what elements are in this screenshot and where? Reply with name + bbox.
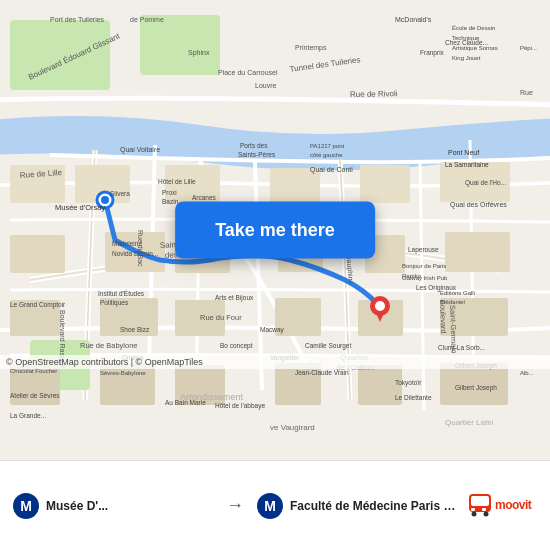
svg-text:Rue de Rivoli: Rue de Rivoli bbox=[350, 89, 398, 99]
svg-text:Trédaniel: Trédaniel bbox=[440, 299, 465, 305]
map-container: Rue de Rivoli Quai Voltaire Saint-Germai… bbox=[0, 0, 550, 460]
destination-label: Faculté de Médecine Paris Centre - Uni..… bbox=[290, 499, 458, 513]
svg-rect-123 bbox=[471, 508, 475, 511]
svg-rect-1 bbox=[10, 20, 110, 90]
svg-text:Artistique Sornas: Artistique Sornas bbox=[452, 45, 498, 51]
svg-text:Rue de Babylone: Rue de Babylone bbox=[80, 341, 138, 350]
svg-text:King Jouet: King Jouet bbox=[452, 55, 481, 61]
svg-text:Cluny-La Sorb...: Cluny-La Sorb... bbox=[438, 344, 485, 352]
svg-text:Quartier Latin: Quartier Latin bbox=[445, 418, 493, 427]
svg-text:Hôtel de l'abbaye: Hôtel de l'abbaye bbox=[215, 402, 265, 410]
svg-text:Atelier de Sèvres: Atelier de Sèvres bbox=[10, 392, 60, 399]
svg-text:Camille Sourget: Camille Sourget bbox=[305, 342, 351, 350]
svg-rect-7 bbox=[270, 168, 320, 203]
svg-text:McDonald's: McDonald's bbox=[395, 16, 432, 23]
svg-text:Remko: Remko bbox=[402, 273, 422, 279]
svg-text:Bo concept: Bo concept bbox=[220, 342, 253, 350]
svg-text:Arcanes: Arcanes bbox=[192, 194, 217, 201]
svg-text:Place du Carrousel: Place du Carrousel bbox=[218, 69, 278, 76]
svg-text:Pont Neuf: Pont Neuf bbox=[448, 149, 479, 156]
svg-text:Pépi...: Pépi... bbox=[520, 45, 537, 51]
svg-text:La Grande...: La Grande... bbox=[10, 412, 46, 419]
svg-rect-10 bbox=[10, 235, 65, 273]
svg-point-122 bbox=[484, 512, 489, 517]
svg-text:Quai des Orfèvres: Quai des Orfèvres bbox=[450, 201, 507, 209]
moovit-logo: moovit bbox=[466, 487, 538, 525]
svg-rect-8 bbox=[360, 165, 410, 203]
svg-text:Franprix: Franprix bbox=[420, 49, 445, 57]
svg-text:Tokyotoïr: Tokyotoïr bbox=[395, 379, 422, 387]
svg-text:Printemps: Printemps bbox=[295, 44, 327, 52]
svg-text:Hôtel de Lille: Hôtel de Lille bbox=[158, 178, 196, 185]
svg-text:Technique: Technique bbox=[452, 35, 480, 41]
direction-arrow: → bbox=[222, 495, 248, 516]
svg-text:Rue du Bac: Rue du Bac bbox=[137, 230, 144, 267]
svg-rect-2 bbox=[140, 15, 220, 75]
svg-text:Port des Tuileries: Port des Tuileries bbox=[50, 16, 105, 23]
origin-label: Musée D'... bbox=[46, 499, 108, 513]
svg-text:Quai de Conti: Quai de Conti bbox=[310, 166, 353, 174]
svg-text:Jean-Claude Vrain: Jean-Claude Vrain bbox=[295, 369, 349, 376]
moovit-name: moovit bbox=[467, 486, 537, 525]
svg-text:Madeleine: Madeleine bbox=[112, 240, 142, 247]
origin-icon: M bbox=[12, 492, 40, 520]
copyright-bar: © OpenStreetMap contributors | © OpenMap… bbox=[0, 355, 550, 369]
origin-name: Musée D'... bbox=[46, 499, 108, 513]
svg-text:Politiques: Politiques bbox=[100, 299, 129, 307]
svg-text:Saints-Pères: Saints-Pères bbox=[238, 151, 276, 158]
bottom-bar: M Musée D'... → M Faculté de Médecine Pa… bbox=[0, 460, 550, 550]
origin-station: M Musée D'... bbox=[12, 492, 214, 520]
svg-text:Alb...: Alb... bbox=[520, 370, 534, 376]
svg-text:Quai de l'Ho...: Quai de l'Ho... bbox=[465, 179, 506, 187]
svg-rect-124 bbox=[482, 508, 486, 511]
copyright-text: © OpenStreetMap contributors | © OpenMap… bbox=[6, 357, 203, 367]
svg-text:Le Grand Comptoir: Le Grand Comptoir bbox=[10, 301, 66, 309]
svg-text:M: M bbox=[264, 498, 276, 514]
svg-text:Quai Voltaire: Quai Voltaire bbox=[120, 146, 160, 154]
svg-text:Le Dilettante: Le Dilettante bbox=[395, 394, 432, 401]
destination-station: M Faculté de Médecine Paris Centre - Uni… bbox=[256, 492, 458, 520]
svg-text:La Samaritaine: La Samaritaine bbox=[445, 161, 489, 168]
svg-text:Laperouse: Laperouse bbox=[408, 246, 439, 254]
svg-text:Gilbert Joseph: Gilbert Joseph bbox=[455, 384, 497, 392]
svg-text:Macway: Macway bbox=[260, 326, 285, 334]
take-me-there-button[interactable]: Take me there bbox=[175, 202, 375, 259]
svg-text:Sèvres-Babylone: Sèvres-Babylone bbox=[100, 370, 146, 376]
svg-point-121 bbox=[472, 512, 477, 517]
svg-text:côté gauche: côté gauche bbox=[310, 152, 343, 158]
svg-point-113 bbox=[375, 301, 385, 311]
svg-text:Institut d'Études: Institut d'Études bbox=[98, 289, 145, 297]
destination-icon: M bbox=[256, 492, 284, 520]
svg-text:Rue: Rue bbox=[520, 89, 533, 96]
svg-text:Bonjour de Paris: Bonjour de Paris bbox=[402, 263, 446, 269]
svg-text:de Pomme: de Pomme bbox=[130, 16, 164, 23]
svg-rect-120 bbox=[471, 496, 489, 506]
svg-text:moovit: moovit bbox=[495, 498, 532, 512]
destination-name: Faculté de Médecine Paris Centre - Uni..… bbox=[290, 499, 458, 513]
svg-text:Musée d'Orsay: Musée d'Orsay bbox=[55, 203, 105, 212]
svg-text:Les Originaux: Les Originaux bbox=[416, 284, 457, 292]
svg-text:Rue du Four: Rue du Four bbox=[200, 313, 242, 322]
svg-text:Shoe Bizz: Shoe Bizz bbox=[120, 326, 150, 333]
svg-text:Sphinx: Sphinx bbox=[188, 49, 210, 57]
svg-text:Arts et Bijoux: Arts et Bijoux bbox=[215, 294, 254, 302]
svg-text:Au Bain Marie: Au Bain Marie bbox=[165, 399, 206, 406]
svg-text:Proxi: Proxi bbox=[162, 189, 177, 196]
svg-text:M: M bbox=[20, 498, 32, 514]
svg-text:PA1217 pont: PA1217 pont bbox=[310, 143, 345, 149]
svg-text:École de Dessin: École de Dessin bbox=[452, 25, 495, 31]
svg-text:Novida Domin...: Novida Domin... bbox=[112, 250, 158, 257]
svg-text:ve Vaugirard: ve Vaugirard bbox=[270, 423, 315, 432]
svg-text:Louvre: Louvre bbox=[255, 82, 277, 89]
svg-rect-15 bbox=[445, 232, 510, 272]
svg-text:Silvera: Silvera bbox=[110, 190, 130, 197]
svg-text:Ports des: Ports des bbox=[240, 142, 268, 149]
